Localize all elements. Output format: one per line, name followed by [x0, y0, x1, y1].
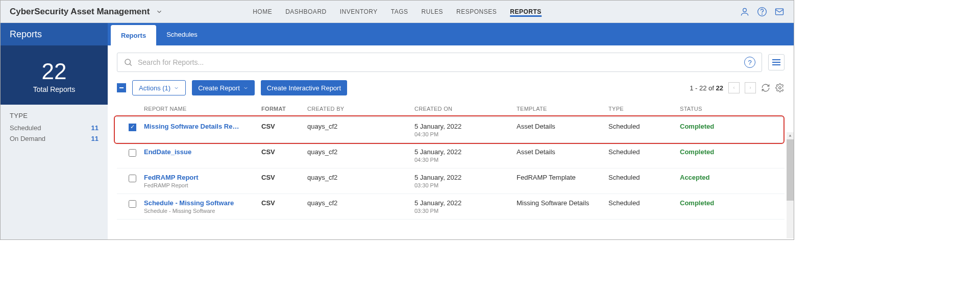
cell-format: CSV [261, 123, 307, 130]
cell-format: CSV [261, 199, 307, 207]
nav-tab-responses[interactable]: RESPONSES [456, 8, 497, 15]
cell-template: Missing Software Details [517, 199, 608, 207]
cell-type: Scheduled [608, 123, 680, 130]
chevron-down-icon [174, 85, 179, 91]
cell-created-on: 5 January, 202204:30 PM [414, 148, 517, 163]
column-header[interactable]: FORMAT [261, 106, 307, 112]
cell-created-by: quays_cf2 [307, 199, 414, 207]
cell-type: Scheduled [608, 148, 680, 156]
stat-number: 22 [1, 59, 108, 84]
cell-created-by: quays_cf2 [307, 148, 414, 156]
cell-created-on: 5 January, 202204:30 PM [414, 123, 517, 137]
app-title[interactable]: CyberSecurity Asset Management [10, 7, 163, 17]
type-filter-row[interactable]: Scheduled11 [10, 123, 99, 133]
sub-tab-reports[interactable]: Reports [111, 25, 156, 45]
column-header[interactable]: REPORT NAME [144, 106, 261, 112]
actions-button[interactable]: Actions (1) [132, 80, 186, 95]
report-name-link[interactable]: Schedule - Missing Software [144, 199, 234, 207]
select-all-checkbox[interactable] [117, 83, 126, 92]
svg-point-2 [762, 14, 763, 14]
create-report-button[interactable]: Create Report [192, 80, 255, 95]
cell-status: Completed [680, 199, 751, 207]
cell-template: Asset Details [517, 148, 608, 156]
report-name-link[interactable]: FedRAMP Report [144, 174, 199, 181]
table-row[interactable]: EndDate_issueCSVquays_cf25 January, 2022… [117, 143, 785, 168]
svg-rect-3 [776, 9, 783, 15]
mail-icon[interactable] [774, 7, 785, 17]
cell-template: FedRAMP Template [517, 174, 608, 181]
chevron-down-icon [243, 85, 249, 91]
refresh-icon[interactable] [761, 83, 770, 92]
type-filter-row[interactable]: On Demand11 [10, 133, 99, 144]
svg-marker-7 [789, 135, 792, 137]
nav-tab-rules[interactable]: RULES [422, 8, 444, 15]
cell-status: Completed [680, 148, 751, 156]
cell-format: CSV [261, 174, 307, 181]
app-title-text: CyberSecurity Asset Management [10, 7, 150, 17]
prev-page-button[interactable] [728, 82, 740, 93]
next-page-button[interactable] [745, 82, 756, 93]
cell-status: Accepted [680, 174, 751, 181]
column-header[interactable]: CREATED BY [307, 106, 414, 112]
cell-type: Scheduled [608, 174, 680, 181]
column-header[interactable]: CREATED ON [414, 106, 517, 112]
search-icon [124, 58, 133, 67]
table-row[interactable]: FedRAMP ReportFedRAMP ReportCSVquays_cf2… [117, 168, 785, 194]
sidebar: 22 Total Reports TYPE Scheduled11On Dema… [1, 45, 108, 239]
pagination-text: 1 - 22 of 22 [690, 84, 723, 92]
reports-table: REPORT NAMEFORMATCREATED BYCREATED ONTEM… [117, 101, 785, 220]
table-row[interactable]: Schedule - Missing SoftwareSchedule - Mi… [117, 194, 785, 220]
search-input[interactable] [138, 58, 739, 66]
chevron-down-icon [156, 8, 163, 15]
svg-point-4 [125, 59, 131, 65]
cell-template: Asset Details [517, 123, 608, 130]
page-title: Reports [1, 23, 108, 45]
type-panel-title: TYPE [10, 112, 99, 119]
cell-type: Scheduled [608, 199, 680, 207]
table-row[interactable]: Missing Software Details Re…CSVquays_cf2… [117, 117, 785, 143]
nav-tabs: HOMEDASHBOARDINVENTORYTAGSRULESRESPONSES… [253, 1, 542, 22]
svg-point-6 [779, 87, 781, 89]
report-name-link[interactable]: Missing Software Details Re… [144, 123, 239, 130]
search-box[interactable]: ? [117, 53, 762, 72]
vertical-scrollbar[interactable] [787, 132, 794, 238]
search-help-icon[interactable]: ? [744, 57, 755, 68]
nav-tab-home[interactable]: HOME [253, 8, 272, 15]
row-checkbox[interactable] [129, 200, 136, 208]
row-checkbox[interactable] [129, 149, 136, 157]
report-name-link[interactable]: EndDate_issue [144, 148, 191, 156]
nav-tab-tags[interactable]: TAGS [391, 8, 408, 15]
cell-created-by: quays_cf2 [307, 123, 414, 130]
gear-icon[interactable] [775, 83, 785, 92]
sub-tab-schedules[interactable]: Schedules [156, 23, 208, 45]
cell-created-on: 5 January, 202203:30 PM [414, 174, 517, 188]
nav-tab-inventory[interactable]: INVENTORY [340, 8, 378, 15]
column-header[interactable]: STATUS [680, 106, 751, 112]
create-interactive-report-button[interactable]: Create Interactive Report [261, 80, 347, 95]
cell-created-on: 5 January, 202203:30 PM [414, 199, 517, 214]
stat-label: Total Reports [1, 85, 108, 93]
row-checkbox[interactable] [129, 124, 136, 131]
user-icon[interactable] [740, 7, 750, 17]
svg-line-5 [130, 64, 131, 65]
column-header[interactable]: TEMPLATE [517, 106, 608, 112]
stat-card: 22 Total Reports [1, 45, 108, 105]
row-checkbox[interactable] [129, 175, 136, 182]
cell-format: CSV [261, 148, 307, 156]
menu-icon[interactable] [768, 54, 785, 70]
column-header[interactable]: TYPE [608, 106, 680, 112]
cell-created-by: quays_cf2 [307, 174, 414, 181]
nav-tab-reports[interactable]: REPORTS [510, 7, 542, 17]
svg-point-0 [743, 8, 747, 12]
cell-status: Completed [680, 123, 751, 130]
nav-tab-dashboard[interactable]: DASHBOARD [285, 8, 327, 15]
help-icon[interactable] [757, 7, 767, 17]
